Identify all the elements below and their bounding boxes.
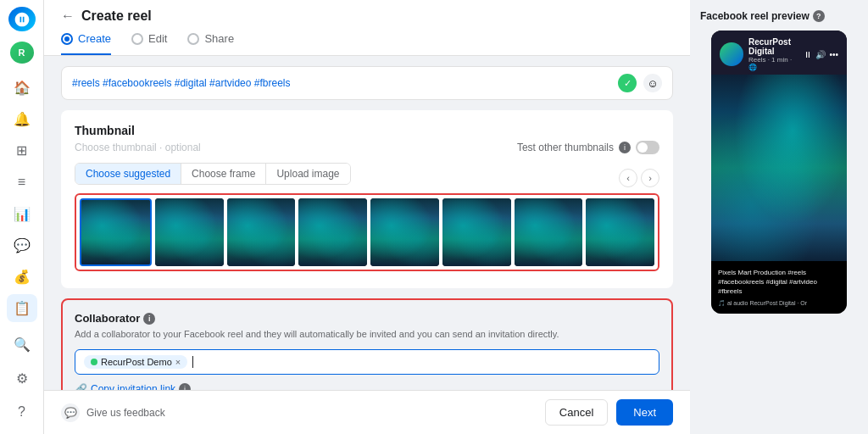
tab-upload-image[interactable]: Upload image	[266, 164, 349, 184]
thumbnail-section-label: Thumbnail	[75, 124, 659, 137]
sidebar-item-posts[interactable]: 📋	[7, 294, 37, 322]
cancel-button[interactable]: Cancel	[545, 399, 608, 426]
thumbnail-item-3[interactable]	[227, 198, 296, 266]
collaborator-tag: RecurPost Demo ×	[84, 355, 187, 369]
thumbnail-item-8[interactable]	[586, 198, 654, 266]
pause-icon[interactable]: ⏸	[804, 50, 812, 59]
preview-meta: Reels · 1 min · 🌐	[748, 56, 798, 71]
tab-choose-frame[interactable]: Choose frame	[181, 164, 266, 184]
sidebar-logo	[8, 7, 36, 31]
sidebar-item-search[interactable]: 🔍	[7, 329, 37, 359]
sidebar-item-billing[interactable]: 💰	[7, 263, 37, 291]
thumb-next-button[interactable]: ›	[641, 169, 659, 187]
preview-title: Facebook reel preview ?	[700, 10, 858, 22]
link-icon: 🔗	[75, 383, 87, 390]
sidebar-item-notifications[interactable]: 🔔	[7, 105, 37, 133]
next-button[interactable]: Next	[616, 399, 673, 426]
tab-edit[interactable]: Edit	[131, 32, 167, 55]
page-footer: 💬 Give us feedback Cancel Next	[44, 390, 690, 434]
check-icon: ✓	[618, 74, 637, 92]
choose-thumb-label: Choose thumbnail · optional	[75, 142, 201, 153]
preview-avatar	[720, 42, 743, 66]
sidebar: R 🏠 🔔 ⊞ ≡ 📊 💬 💰 📋 🔍 ⚙ ?	[0, 0, 44, 434]
preview-phone: RecurPost Digital Reels · 1 min · 🌐 ⏸ 🔊 …	[711, 31, 847, 314]
sidebar-item-grid[interactable]: ⊞	[7, 136, 37, 164]
sidebar-item-messages[interactable]: 💬	[7, 231, 37, 259]
more-icon[interactable]: •••	[829, 50, 838, 59]
thumbnail-item-2[interactable]	[155, 198, 224, 266]
collaborator-info-icon: i	[143, 313, 155, 325]
text-cursor	[192, 356, 193, 368]
radio-share	[187, 33, 199, 45]
sidebar-item-help[interactable]: ?	[7, 397, 37, 427]
feedback-area: 💬 Give us feedback	[61, 403, 165, 422]
tags-text: #reels #facebookreels #digital #artvideo…	[72, 77, 291, 89]
preview-top-bar: RecurPost Digital Reels · 1 min · 🌐 ⏸ 🔊 …	[711, 31, 847, 75]
radio-create	[61, 33, 73, 45]
tab-create[interactable]: Create	[61, 32, 111, 55]
preview-controls: ⏸ 🔊 •••	[804, 50, 838, 59]
back-button[interactable]: ←	[61, 8, 75, 24]
tags-row: #reels #facebookreels #digital #artvideo…	[61, 66, 673, 100]
preview-info-icon: ?	[813, 10, 825, 22]
sidebar-item-analytics[interactable]: 📊	[7, 200, 37, 228]
thumbnail-item-6[interactable]	[442, 198, 511, 266]
preview-audio-row: 🎵 al audio RecurPost Digital · Or	[718, 300, 840, 307]
preview-panel: Facebook reel preview ? RecurPost Digita…	[690, 0, 868, 434]
thumbnail-tabs: Choose suggested Choose frame Upload ima…	[75, 163, 351, 185]
collaborator-description: Add a collaborator to your Facebook reel…	[75, 328, 659, 341]
form-panel: ← Create reel Create Edit Share	[44, 0, 690, 434]
sidebar-item-settings[interactable]: ⚙	[7, 363, 37, 393]
step-tabs: Create Edit Share	[61, 32, 673, 55]
emoji-icon[interactable]: ☺	[643, 74, 662, 92]
collaborator-input[interactable]: RecurPost Demo ×	[75, 349, 659, 375]
footer-buttons: Cancel Next	[545, 399, 673, 426]
test-thumbnails-row: Test other thumbnails i	[517, 141, 659, 154]
collaborator-remove-button[interactable]: ×	[175, 357, 181, 367]
sidebar-avatar[interactable]: R	[10, 42, 34, 64]
page-area: ← Create reel Create Edit Share	[44, 0, 868, 434]
tab-choose-suggested[interactable]: Choose suggested	[75, 164, 181, 184]
thumbnail-item-1[interactable]	[80, 198, 152, 266]
thumbnail-grid	[75, 193, 659, 271]
preview-user-info: RecurPost Digital Reels · 1 min · 🌐	[748, 37, 798, 71]
preview-caption: Pixels Mart Production #reels #facebookr…	[718, 268, 840, 297]
test-thumb-info-icon: i	[619, 142, 631, 153]
collaborator-status-dot	[91, 359, 97, 365]
preview-username: RecurPost Digital	[748, 37, 798, 56]
choose-thumb-row: Choose thumbnail · optional Test other t…	[75, 141, 659, 154]
thumb-prev-button[interactable]: ‹	[619, 169, 637, 187]
thumbnail-item-4[interactable]	[298, 198, 367, 266]
copy-link-info-icon: i	[179, 383, 191, 390]
page-title: Create reel	[81, 8, 152, 24]
preview-audio-text: 🎵 al audio RecurPost Digital · Or	[718, 300, 807, 307]
radio-edit	[131, 33, 143, 45]
sidebar-item-menu[interactable]: ≡	[7, 169, 37, 197]
collaborator-card: Collaborator i Add a collaborator to you…	[61, 298, 673, 390]
page-header: ← Create reel Create Edit Share	[44, 0, 690, 56]
tab-share[interactable]: Share	[187, 32, 234, 55]
preview-video	[711, 75, 847, 261]
main-content: ← Create reel Create Edit Share	[44, 0, 868, 434]
form-body: #reels #facebookreels #digital #artvideo…	[44, 56, 690, 390]
thumbnail-item-5[interactable]	[370, 198, 439, 266]
test-thumb-toggle[interactable]	[636, 141, 659, 154]
thumbnail-item-7[interactable]	[515, 198, 583, 266]
thumbnail-card: Thumbnail Choose thumbnail · optional Te…	[61, 110, 673, 288]
collaborator-title: Collaborator i	[75, 312, 659, 325]
preview-bottom: Pixels Mart Production #reels #facebookr…	[711, 261, 847, 314]
sidebar-item-home[interactable]: 🏠	[7, 74, 37, 102]
copy-invitation-link[interactable]: 🔗 Copy invitation link i	[75, 383, 659, 390]
feedback-icon: 💬	[61, 403, 80, 422]
feedback-label[interactable]: Give us feedback	[86, 407, 165, 419]
volume-icon[interactable]: 🔊	[815, 50, 826, 59]
